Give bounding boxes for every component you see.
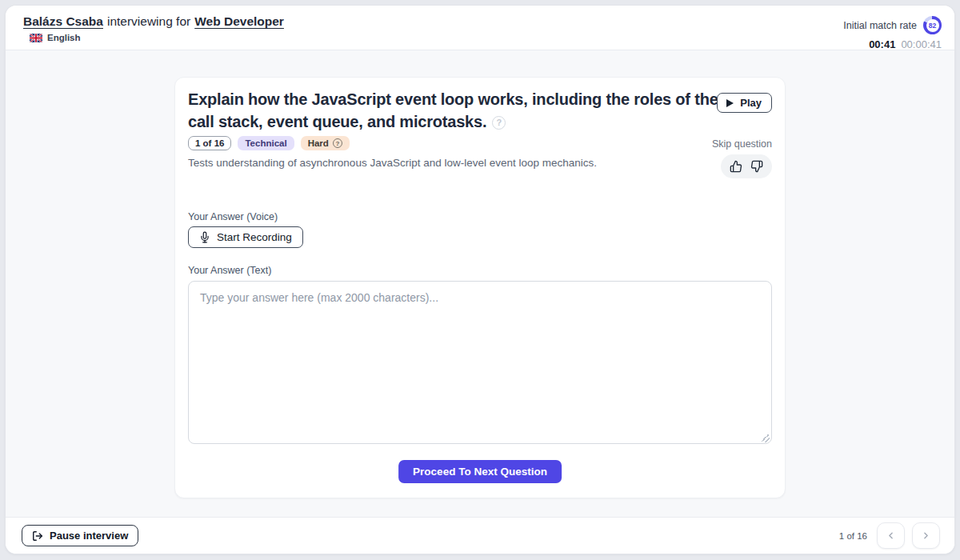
match-rate-value: 82 <box>926 19 939 32</box>
microphone-icon <box>199 231 210 243</box>
role-link[interactable]: Web Developer <box>194 14 284 29</box>
header-left: Balázs Csaba interviewing for Web Develo… <box>23 14 284 42</box>
play-button[interactable]: Play <box>717 93 772 113</box>
language-row: English <box>30 33 284 42</box>
match-rate-row: Initial match rate 82 <box>843 16 942 34</box>
feedback-pill <box>721 154 772 178</box>
start-recording-label: Start Recording <box>217 231 292 243</box>
language-label: English <box>47 33 81 42</box>
app-window: Balázs Csaba interviewing for Web Develo… <box>5 5 955 554</box>
text-answer-label: Your Answer (Text) <box>188 265 271 276</box>
chevron-left-icon <box>886 530 896 541</box>
difficulty-badge-label: Hard <box>308 138 329 148</box>
timer-total: 00:00:41 <box>901 38 942 50</box>
prev-question-button[interactable] <box>877 522 905 549</box>
timer: 00:41 00:00:41 <box>843 38 942 50</box>
interview-title-connector: interviewing for <box>107 14 190 29</box>
badge-row: 1 of 16 Technical Hard ? <box>188 136 350 150</box>
candidate-link[interactable]: Balázs Csaba <box>23 14 103 29</box>
header-right: Initial match rate 82 00:41 00:00:41 <box>843 14 942 50</box>
question-card: Explain how the JavaScript event loop wo… <box>174 77 786 498</box>
thumbs-up-icon <box>730 160 742 173</box>
thumbs-down-icon <box>750 160 763 173</box>
footer: Pause interview 1 of 16 <box>6 517 954 554</box>
play-button-label: Play <box>740 97 762 109</box>
play-icon <box>726 99 734 107</box>
main-area: Explain how the JavaScript event loop wo… <box>6 50 954 517</box>
match-rate-label: Initial match rate <box>843 20 917 31</box>
start-recording-button[interactable]: Start Recording <box>188 226 303 248</box>
exit-icon <box>32 530 43 542</box>
question-description: Tests understanding of asynchronous Java… <box>188 157 684 169</box>
uk-flag-icon <box>30 34 42 42</box>
question-title-text: Explain how the JavaScript event loop wo… <box>188 90 718 130</box>
pagination-label: 1 of 16 <box>839 531 867 541</box>
voice-answer-label: Your Answer (Voice) <box>188 211 278 222</box>
question-title: Explain how the JavaScript event loop wo… <box>188 89 734 133</box>
thumbs-down-button[interactable] <box>749 158 765 174</box>
difficulty-help-icon[interactable]: ? <box>333 138 342 148</box>
timer-elapsed: 00:41 <box>869 38 895 50</box>
category-badge: Technical <box>238 136 294 150</box>
proceed-button[interactable]: Proceed To Next Question <box>398 460 562 483</box>
match-rate-ring: 82 <box>923 16 942 34</box>
next-question-button[interactable] <box>912 522 940 549</box>
difficulty-badge: Hard ? <box>301 136 350 150</box>
pause-interview-label: Pause interview <box>50 530 128 542</box>
question-counter-badge: 1 of 16 <box>188 136 231 150</box>
interview-title: Balázs Csaba interviewing for Web Develo… <box>23 14 284 29</box>
chevron-right-icon <box>921 530 931 541</box>
pause-interview-button[interactable]: Pause interview <box>22 525 138 546</box>
skip-question-link[interactable]: Skip question <box>712 138 772 150</box>
header: Balázs Csaba interviewing for Web Develo… <box>6 6 954 50</box>
question-help-icon[interactable]: ? <box>492 116 506 130</box>
pagination: 1 of 16 <box>839 522 940 549</box>
textarea-resize-handle[interactable] <box>762 434 770 442</box>
answer-textarea[interactable] <box>188 281 772 444</box>
thumbs-up-button[interactable] <box>728 158 744 174</box>
